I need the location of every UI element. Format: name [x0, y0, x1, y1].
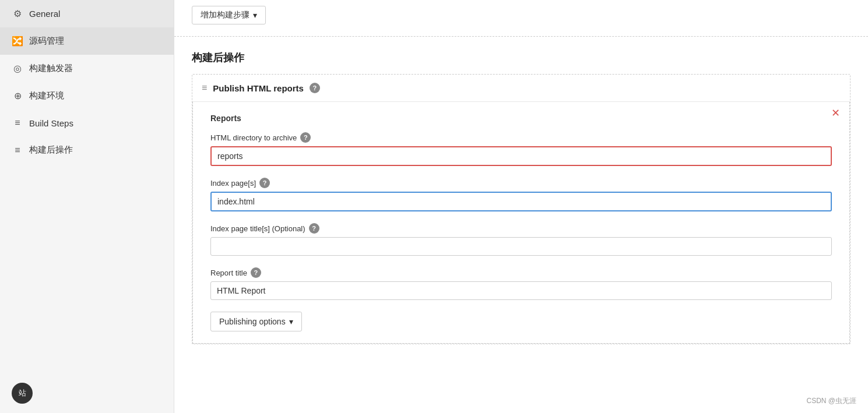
panel-title: Publish HTML reports [213, 83, 304, 93]
sidebar-item-build-steps-label: Build Steps [29, 118, 73, 128]
general-icon: ⚙ [12, 8, 23, 19]
html-directory-group: HTML directory to archive ? [210, 132, 832, 166]
post-build-icon: ≡ [12, 145, 23, 156]
sidebar-item-post-build-label: 构建后操作 [29, 144, 73, 156]
index-page-titles-help-icon[interactable]: ? [309, 223, 319, 234]
reports-label: Reports [210, 114, 832, 123]
index-page-titles-group: Index page title[s] (Optional) ? [210, 223, 832, 256]
publishing-options-area: Publishing options ▾ [210, 312, 832, 331]
build-steps-icon: ≡ [12, 118, 23, 128]
dropdown-chevron-icon: ▾ [253, 10, 257, 20]
sidebar-item-source-management-label: 源码管理 [29, 36, 64, 47]
panel-header: ≡ Publish HTML reports ? [192, 75, 850, 102]
build-trigger-icon: ◎ [12, 63, 23, 74]
sidebar-item-build-steps[interactable]: ≡ Build Steps [0, 110, 174, 136]
close-button[interactable]: ✕ [831, 108, 840, 118]
sidebar-item-general-label: General [29, 9, 60, 19]
publishing-options-chevron-icon: ▾ [289, 317, 293, 326]
sidebar-item-source-management[interactable]: 🔀 源码管理 [0, 27, 174, 55]
sidebar-item-post-build[interactable]: ≡ 构建后操作 [0, 136, 174, 164]
publish-html-panel: ≡ Publish HTML reports ? ✕ Reports HTML … [192, 74, 851, 344]
source-management-icon: 🔀 [12, 36, 23, 47]
index-pages-help-icon[interactable]: ? [259, 178, 270, 188]
sidebar-item-build-env-label: 构建环境 [29, 90, 64, 101]
branding: CSDN @虫无涯 [806, 396, 856, 406]
index-page-titles-input[interactable] [210, 237, 832, 256]
sidebar: ⚙ General 🔀 源码管理 ◎ 构建触发器 ⊕ 构建环境 ≡ Build … [0, 0, 174, 413]
main-content: 增加构建步骤 ▾ 构建后操作 ≡ Publish HTML reports ? … [174, 0, 868, 413]
sidebar-bottom: 站 [0, 373, 174, 413]
report-title-help-icon[interactable]: ? [251, 267, 261, 278]
sidebar-item-build-trigger[interactable]: ◎ 构建触发器 [0, 55, 174, 82]
panel-help-icon[interactable]: ? [310, 83, 320, 93]
report-title-group: Report title ? [210, 267, 832, 300]
html-directory-help-icon[interactable]: ? [300, 132, 311, 143]
form-area: ✕ Reports HTML directory to archive ? In… [192, 102, 850, 344]
avatar[interactable]: 站 [12, 383, 33, 404]
report-title-input[interactable] [210, 281, 832, 300]
sidebar-item-build-trigger-label: 构建触发器 [29, 63, 73, 74]
index-pages-label: Index page[s] ? [210, 178, 832, 188]
top-actions: 增加构建步骤 ▾ [174, 0, 868, 37]
html-directory-label: HTML directory to archive ? [210, 132, 832, 143]
publishing-options-label: Publishing options [219, 317, 286, 326]
drag-handle-icon[interactable]: ≡ [202, 83, 207, 93]
index-pages-group: Index page[s] ? [210, 178, 832, 211]
html-directory-input[interactable] [210, 146, 832, 166]
add-build-step-button[interactable]: 增加构建步骤 ▾ [192, 6, 266, 24]
build-env-icon: ⊕ [12, 90, 23, 101]
post-build-section-title: 构建后操作 [192, 51, 851, 65]
index-page-titles-label: Index page title[s] (Optional) ? [210, 223, 832, 234]
report-title-label: Report title ? [210, 267, 832, 278]
add-build-step-label: 增加构建步骤 [201, 10, 249, 20]
index-pages-input[interactable] [210, 192, 832, 211]
sidebar-item-build-env[interactable]: ⊕ 构建环境 [0, 82, 174, 110]
publishing-options-button[interactable]: Publishing options ▾ [210, 312, 302, 331]
sidebar-item-general[interactable]: ⚙ General [0, 0, 174, 27]
